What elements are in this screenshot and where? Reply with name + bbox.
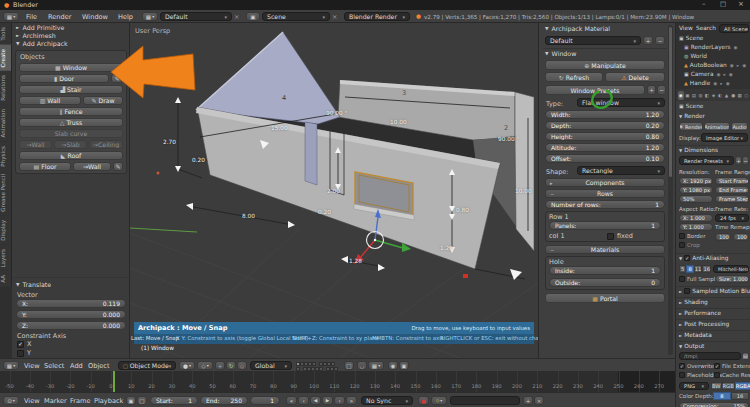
panels-field[interactable]: Panels:1 [549, 221, 661, 230]
preset-remove-button[interactable]: − [657, 85, 666, 95]
panel-add-primitive[interactable]: ►Add Primitive [16, 24, 64, 31]
sync-mode-selector[interactable]: No Sync▾ [361, 396, 413, 405]
panel-sampled-motion-blur[interactable]: ►Sampled Motion Blur [679, 288, 750, 294]
outliner-menu-search[interactable]: Search [696, 25, 716, 31]
timeline-ruler[interactable]: -50-40-30-20-100102030405060708090100110… [0, 371, 675, 392]
eye-icon[interactable]: ◉ [713, 81, 717, 86]
checkbox-checked[interactable]: ✓ [684, 255, 690, 261]
outliner-item-world[interactable]: ◍World [684, 53, 707, 59]
layer-toggle[interactable] [331, 362, 335, 366]
tab-modifiers-icon[interactable]: ◐ [717, 91, 723, 100]
folder-icon[interactable]: ▤ [742, 352, 749, 360]
materials-section[interactable]: −Materials [545, 245, 665, 254]
window-presets-button[interactable]: Window Presets [545, 85, 645, 95]
tab-world-icon[interactable]: ◍ [698, 91, 704, 100]
panel-archipack-material[interactable]: ▼Archipack Material [545, 25, 610, 32]
resolution-percent-field[interactable]: 50% [679, 195, 713, 203]
layer-toggle[interactable] [319, 367, 323, 371]
to-wall-button[interactable]: →Wall [19, 140, 52, 149]
preset-add-button[interactable]: + [647, 85, 656, 95]
layer-toggle[interactable] [296, 367, 300, 371]
tab-display[interactable]: Display [0, 216, 12, 245]
keying-filter-toggle[interactable]: □ [137, 396, 147, 405]
panel-scrollbar[interactable] [668, 25, 673, 355]
mode-selector[interactable]: □ Object Mode▾ [118, 361, 176, 370]
outliner-filter-selector[interactable]: All Scenes [719, 24, 749, 33]
preview-range-toggle[interactable]: ▣ [126, 396, 136, 405]
play-reverse-button[interactable]: ◀ [310, 396, 321, 405]
panel-dimensions[interactable]: ▼Dimensions [679, 147, 718, 153]
draw-wall-button[interactable]: ✎Draw [83, 96, 123, 105]
manipulator-scale-toggle[interactable]: ◇ [237, 361, 247, 370]
altitude-field[interactable]: Altitude:1.20 [545, 143, 665, 152]
camera-icon[interactable]: ◉ [726, 81, 730, 86]
layer-toggle[interactable] [334, 367, 338, 371]
refresh-button[interactable]: ↻Refresh [545, 72, 603, 82]
file-format-selector[interactable]: PNG▾ [679, 382, 709, 390]
pivot-point-selector[interactable]: ◇▾ [197, 361, 213, 370]
aa-size-field[interactable]: Size: 1.000 px [715, 275, 749, 283]
menu-marker[interactable]: Marker [44, 397, 67, 405]
file-extensions-toggle[interactable]: ✓File Extensions [714, 363, 750, 369]
panel-anti-aliasing[interactable]: ▼ ✓ Anti-Aliasing [679, 255, 728, 261]
tab-animation[interactable]: Animation [0, 105, 12, 142]
material-remove-button[interactable]: − [655, 36, 665, 45]
crop-toggle[interactable]: Crop [679, 242, 700, 248]
outliner-item-renderlayers[interactable]: ▣RenderLayers ◉ [684, 44, 738, 50]
outliner-item-handle[interactable]: ▲Handle ◉▸◉ [684, 80, 730, 86]
floor-to-wall-button[interactable]: →Wall [73, 162, 111, 171]
manipulator-rotate-toggle[interactable]: ↻ [226, 361, 236, 370]
viewport-3d[interactable]: User Persp 2.70 0.20 15.00 90.00 ° 10.00… [130, 23, 538, 358]
offset-field[interactable]: Offset:0.10 [545, 154, 665, 163]
material-outside-field[interactable]: Outside:0 [549, 278, 661, 287]
constraint-x-toggle[interactable]: ✓X [17, 340, 31, 348]
current-frame-field[interactable]: 1 [250, 396, 280, 405]
menu-playback[interactable]: Playback [94, 397, 123, 405]
panel-metadata[interactable]: ►Metadata [679, 332, 712, 338]
snap-toggle[interactable]: ◡ [357, 361, 367, 370]
display-selector[interactable]: Image Editor▾ [701, 133, 748, 142]
draw-door-button[interactable]: ✎ [111, 74, 123, 83]
depth-field[interactable]: Depth:0.20 [545, 121, 665, 130]
overwrite-toggle[interactable]: ✓Overwrite [679, 363, 714, 369]
screen-layout-selector[interactable]: Default▾ [160, 12, 232, 21]
start-frame-field[interactable]: Start Frame: 1 [715, 177, 749, 185]
panel-translate[interactable]: ▼Translate [16, 281, 51, 288]
end-frame-field[interactable]: End:250 [200, 396, 248, 405]
viewport-shading-selector[interactable]: ●▾ [179, 361, 195, 370]
components-section[interactable]: ▸Components [545, 178, 665, 187]
render-animation-button[interactable]: Animation [704, 122, 730, 131]
menu-file[interactable]: File [26, 13, 37, 21]
portal-button[interactable]: ▦Portal [545, 293, 665, 303]
remap-old-field[interactable]: 100 [715, 233, 731, 241]
keying-set-selector[interactable]: ◇▾ [431, 396, 447, 405]
color-depth-buttons[interactable]: 816 [713, 392, 749, 400]
jump-to-start-button[interactable]: « [286, 396, 297, 405]
menu-object[interactable]: Object [88, 362, 109, 370]
layer-toggle[interactable] [312, 362, 316, 366]
record-button[interactable]: ● [418, 396, 429, 405]
tab-tools[interactable]: Tools [0, 23, 12, 45]
select-icon[interactable]: ▸ [724, 72, 726, 77]
start-frame-field[interactable]: Start:1 [150, 396, 198, 405]
render-presets-selector[interactable]: Render Presets▾ [679, 156, 734, 165]
window-type-selector[interactable]: Flat window▾ [577, 98, 665, 107]
panel-window-params[interactable]: ▼Window [545, 50, 576, 57]
shape-selector[interactable]: Rectangle▾ [577, 166, 665, 175]
compression-slider[interactable]: Compression:15% [679, 402, 749, 407]
width-field[interactable]: Width:1.20 [545, 110, 665, 119]
end-frame-field[interactable]: End Frame: 250 [715, 186, 749, 194]
output-path-field[interactable]: /tmp\ [679, 352, 741, 360]
tab-constraints-icon[interactable]: ◈ [711, 91, 717, 100]
aa-filter-selector[interactable]: Mitchell-Netravali [713, 265, 749, 273]
fixed-toggle[interactable]: fixed [607, 232, 633, 240]
tab-layers[interactable]: Layers [0, 245, 12, 272]
rows-section[interactable]: −Rows [545, 189, 665, 198]
aspect-x-field[interactable]: X: 1.000 [679, 214, 713, 222]
panel-post-processing[interactable]: ►Post Processing [679, 321, 729, 327]
checkbox[interactable] [684, 288, 690, 294]
tab-relations[interactable]: Relations [0, 71, 12, 105]
prev-keyframe-button[interactable]: ‹ [298, 396, 309, 405]
menu-frame[interactable]: Frame [70, 397, 91, 405]
cache-result-toggle[interactable]: Cache Result [714, 372, 750, 378]
